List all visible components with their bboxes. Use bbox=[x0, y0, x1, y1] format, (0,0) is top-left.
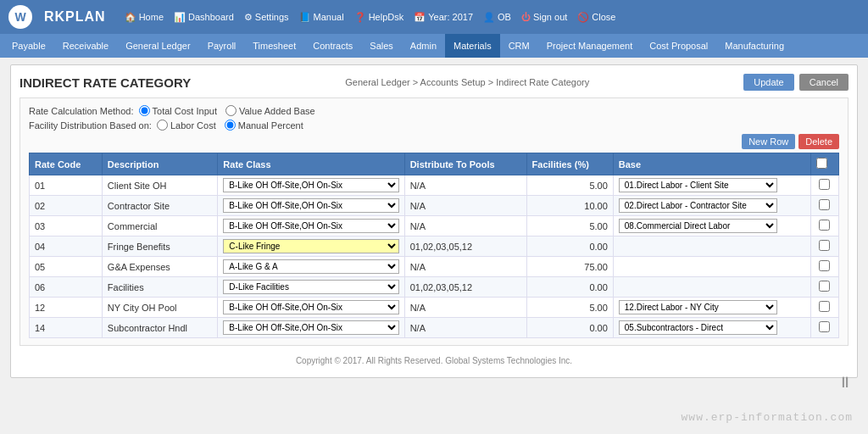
cell-rate-code: 02 bbox=[30, 196, 103, 216]
rate-class-select[interactable]: A-Like G & A bbox=[223, 259, 398, 274]
nav-home[interactable]: 🏠 Home bbox=[125, 12, 164, 23]
update-button[interactable]: Update bbox=[743, 74, 793, 91]
rate-class-select[interactable]: B-Like OH Off-Site,OH On-Six bbox=[223, 198, 398, 213]
nav-helpdesk[interactable]: ❓ HelpDsk bbox=[354, 12, 404, 23]
cell-distribute: N/A bbox=[404, 298, 526, 318]
cell-rate-class[interactable]: B-Like OH Off-Site,OH On-Six bbox=[218, 318, 404, 338]
cell-description: Commercial bbox=[102, 216, 217, 236]
nav-settings[interactable]: ⚙ Settings bbox=[244, 12, 289, 23]
cell-facilities: 10.00 bbox=[526, 196, 613, 216]
cell-base[interactable] bbox=[613, 257, 810, 277]
base-select[interactable]: 12.Direct Labor - NY City bbox=[619, 300, 777, 314]
row-checkbox[interactable] bbox=[819, 281, 830, 292]
row-checkbox[interactable] bbox=[819, 220, 830, 231]
cell-base[interactable] bbox=[613, 277, 810, 298]
secnav-payable[interactable]: Payable bbox=[3, 34, 54, 58]
cell-base[interactable]: 01.Direct Labor - Client Site bbox=[613, 175, 810, 196]
rate-class-select[interactable]: B-Like OH Off-Site,OH On-Six bbox=[223, 219, 398, 233]
cell-rate-class[interactable]: B-Like OH Off-Site,OH On-Six bbox=[218, 216, 404, 236]
cell-facilities: 0.00 bbox=[526, 277, 613, 298]
rate-class-select[interactable]: C-Like Fringe bbox=[223, 239, 398, 253]
row-checkbox[interactable] bbox=[819, 179, 830, 190]
cell-rate-class[interactable]: C-Like Fringe bbox=[218, 236, 404, 257]
nav-user[interactable]: 👤 OB bbox=[483, 12, 511, 23]
nav-signout[interactable]: ⏻ Sign out bbox=[521, 12, 567, 22]
nav-year[interactable]: 📅 Year: 2017 bbox=[414, 12, 473, 23]
cell-rate-code: 12 bbox=[30, 298, 103, 318]
cell-checkbox[interactable] bbox=[810, 257, 838, 277]
base-select[interactable]: 08.Commercial Direct Labor bbox=[619, 219, 777, 233]
cell-distribute: 01,02,03,05,12 bbox=[404, 236, 526, 257]
row-checkbox[interactable] bbox=[819, 260, 830, 271]
rate-class-select[interactable]: B-Like OH Off-Site,OH On-Six bbox=[223, 320, 398, 335]
nav-manual[interactable]: 📘 Manual bbox=[299, 12, 344, 23]
rate-class-select[interactable]: B-Like OH Off-Site,OH On-Six bbox=[223, 300, 398, 314]
select-all-checkbox[interactable] bbox=[816, 158, 827, 169]
row-checkbox[interactable] bbox=[819, 301, 830, 312]
secnav-manufacturing[interactable]: Manufacturing bbox=[716, 34, 793, 58]
row-checkbox[interactable] bbox=[819, 321, 830, 332]
delete-button[interactable]: Delete bbox=[798, 134, 839, 149]
value-added-label: Value Added Base bbox=[239, 106, 315, 116]
cell-checkbox[interactable] bbox=[810, 298, 838, 318]
secnav-contracts[interactable]: Contracts bbox=[304, 34, 361, 58]
cell-description: Contractor Site bbox=[102, 196, 217, 216]
cell-rate-class[interactable]: B-Like OH Off-Site,OH On-Six bbox=[218, 175, 404, 196]
secnav-gl[interactable]: General Ledger bbox=[117, 34, 198, 58]
secnav-payroll[interactable]: Payroll bbox=[199, 34, 245, 58]
rate-class-select[interactable]: D-Like Facilities bbox=[223, 280, 398, 294]
secnav-pm[interactable]: Project Management bbox=[538, 34, 642, 58]
cell-description: Subcontractor Hndl bbox=[102, 318, 217, 338]
secnav-admin[interactable]: Admin bbox=[402, 34, 445, 58]
cell-distribute: 01,02,03,05,12 bbox=[404, 277, 526, 298]
cell-description: Client Site OH bbox=[102, 175, 217, 196]
new-row-button[interactable]: New Row bbox=[742, 134, 795, 149]
secnav-sales[interactable]: Sales bbox=[361, 34, 402, 58]
secnav-timesheet[interactable]: Timesheet bbox=[244, 34, 304, 58]
row-checkbox[interactable] bbox=[819, 240, 830, 251]
base-select[interactable]: 02.Direct Labor - Contractor Site bbox=[619, 198, 777, 213]
cell-base[interactable]: 02.Direct Labor - Contractor Site bbox=[613, 196, 810, 216]
cell-rate-code: 05 bbox=[30, 257, 103, 277]
cell-checkbox[interactable] bbox=[810, 175, 838, 196]
labor-cost-radio[interactable] bbox=[157, 120, 168, 131]
logo-text: RKPLAN bbox=[44, 9, 106, 25]
secnav-receivable[interactable]: Receivable bbox=[54, 34, 117, 58]
cell-base[interactable]: 05.Subcontractors - Direct bbox=[613, 318, 810, 338]
cell-checkbox[interactable] bbox=[810, 236, 838, 257]
cell-rate-class[interactable]: D-Like Facilities bbox=[218, 277, 404, 298]
row-checkbox[interactable] bbox=[819, 199, 830, 210]
secnav-materials[interactable]: Materials bbox=[445, 34, 500, 58]
col-facilities: Facilities (%) bbox=[526, 153, 613, 175]
cell-checkbox[interactable] bbox=[810, 277, 838, 298]
cell-checkbox[interactable] bbox=[810, 216, 838, 236]
cancel-button[interactable]: Cancel bbox=[799, 74, 849, 91]
cell-description: NY City OH Pool bbox=[102, 298, 217, 318]
nav-close[interactable]: 🚫 Close bbox=[577, 12, 615, 23]
base-select[interactable]: 01.Direct Labor - Client Site bbox=[619, 178, 777, 192]
secnav-crm[interactable]: CRM bbox=[500, 34, 538, 58]
cell-base[interactable]: 12.Direct Labor - NY City bbox=[613, 298, 810, 318]
manual-percent-radio[interactable] bbox=[225, 120, 236, 131]
base-select[interactable]: 05.Subcontractors - Direct bbox=[619, 320, 777, 335]
nav-dashboard[interactable]: 📊 Dashboard bbox=[174, 12, 234, 23]
cell-distribute: N/A bbox=[404, 216, 526, 236]
page-title: INDIRECT RATE CATEGORY bbox=[19, 75, 191, 90]
rate-class-select[interactable]: B-Like OH Off-Site,OH On-Six bbox=[223, 178, 398, 192]
table-row: 12NY City OH PoolB-Like OH Off-Site,OH O… bbox=[30, 298, 839, 318]
facility-dist-label: Facility Distribution Based on: bbox=[29, 120, 152, 131]
cell-checkbox[interactable] bbox=[810, 318, 838, 338]
cell-rate-class[interactable]: B-Like OH Off-Site,OH On-Six bbox=[218, 298, 404, 318]
cell-base[interactable] bbox=[613, 236, 810, 257]
cell-rate-class[interactable]: B-Like OH Off-Site,OH On-Six bbox=[218, 196, 404, 216]
pause-icon: ⏸ bbox=[837, 374, 853, 392]
toolbar: New Row Delete bbox=[29, 134, 839, 149]
cell-rate-class[interactable]: A-Like G & A bbox=[218, 257, 404, 277]
cell-checkbox[interactable] bbox=[810, 196, 838, 216]
top-navbar: W RKPLAN 🏠 Home 📊 Dashboard ⚙ Settings 📘… bbox=[0, 0, 868, 34]
table-row: 05G&A ExpensesA-Like G & AN/A75.00 bbox=[30, 257, 839, 277]
value-added-radio[interactable] bbox=[225, 105, 236, 116]
total-cost-radio[interactable] bbox=[139, 105, 150, 116]
cell-base[interactable]: 08.Commercial Direct Labor bbox=[613, 216, 810, 236]
secnav-cost-proposal[interactable]: Cost Proposal bbox=[641, 34, 716, 58]
